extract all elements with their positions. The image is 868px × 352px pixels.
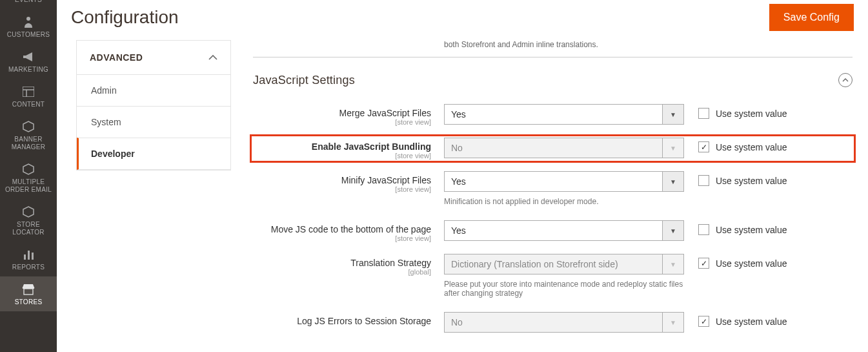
use-system-checkbox[interactable] xyxy=(698,108,709,119)
section-title: JavaScript Settings xyxy=(253,74,355,87)
select-value: Yes xyxy=(444,104,662,125)
truncated-hint: both Storefront and Admin inline transla… xyxy=(444,40,853,49)
field-scope: [store view] xyxy=(253,185,431,193)
field-label: Minify JavaScript Files xyxy=(253,175,431,185)
nav-label: REPORTS xyxy=(12,264,45,271)
field-label: Merge JavaScript Files xyxy=(253,108,431,118)
field-row-minify-js: Minify JavaScript Files [store view] Yes… xyxy=(253,171,853,193)
field-scope: [store view] xyxy=(253,234,431,242)
field-row-merge-js: Merge JavaScript Files [store view] Yes … xyxy=(253,104,853,126)
select-value: Dictionary (Translation on Storefront si… xyxy=(444,254,662,274)
use-system-label: Use system value xyxy=(716,316,787,327)
chevron-up-icon xyxy=(208,55,217,60)
minify-js-select[interactable]: Yes ▼ xyxy=(444,171,684,192)
field-row-move-js: Move JS code to the bottom of the page [… xyxy=(253,220,853,242)
svg-rect-7 xyxy=(24,254,26,260)
page-header: Configuration Save Config xyxy=(57,0,868,40)
chevron-down-icon: ▼ xyxy=(662,312,684,333)
tab-group-label: ADVANCED xyxy=(90,52,143,63)
translation-strategy-select: Dictionary (Translation on Storefront si… xyxy=(444,254,684,274)
hexagon-icon xyxy=(23,205,34,218)
tab-item-admin[interactable]: Admin xyxy=(77,74,230,106)
move-js-select[interactable]: Yes ▼ xyxy=(444,220,684,241)
svg-point-0 xyxy=(26,17,30,21)
use-system-checkbox[interactable]: ✓ xyxy=(698,316,709,327)
select-value: Yes xyxy=(444,220,662,241)
divider xyxy=(253,57,853,57)
config-tabs-sidebar: ADVANCED Admin System Developer xyxy=(57,40,231,352)
svg-rect-1 xyxy=(23,87,34,97)
field-row-enable-bundling: Enable JavaScript Bundling [store view] … xyxy=(253,138,853,160)
bars-icon xyxy=(23,248,34,261)
svg-marker-5 xyxy=(23,164,34,174)
use-system-label: Use system value xyxy=(716,176,787,186)
svg-rect-9 xyxy=(32,253,34,260)
use-system-label: Use system value xyxy=(716,142,787,152)
field-row-translation-strategy: Translation Strategy [global] Dictionary… xyxy=(253,254,853,276)
chevron-down-icon: ▼ xyxy=(662,220,684,241)
page-title: Configuration xyxy=(71,7,179,28)
field-row-log-js-errors: Log JS Errors to Session Storage No ▼ ✓ … xyxy=(253,312,853,333)
select-value: Yes xyxy=(444,171,662,192)
main-nav: EVENTS CUSTOMERS MARKETING CONTENT BANNE… xyxy=(0,0,57,352)
use-system-checkbox[interactable]: ✓ xyxy=(698,258,709,269)
field-label: Log JS Errors to Session Storage xyxy=(253,316,431,326)
nav-item-content[interactable]: CONTENT xyxy=(0,79,57,114)
nav-label: MULTIPLE ORDER EMAIL xyxy=(0,178,57,194)
nav-item-multiple-order-email[interactable]: MULTIPLE ORDER EMAIL xyxy=(0,156,57,199)
nav-label: MARKETING xyxy=(8,66,48,74)
select-value: No xyxy=(444,312,662,333)
svg-rect-10 xyxy=(24,289,33,295)
nav-item-reports[interactable]: REPORTS xyxy=(0,242,57,276)
tab-item-system[interactable]: System xyxy=(77,106,230,138)
field-label: Enable JavaScript Bundling xyxy=(253,141,431,152)
chevron-down-icon: ▼ xyxy=(662,254,684,274)
nav-label: EVENTS xyxy=(15,0,42,4)
field-scope: [store view] xyxy=(253,118,431,126)
hexagon-icon xyxy=(23,120,34,133)
nav-item-marketing[interactable]: MARKETING xyxy=(0,44,57,79)
nav-label: STORES xyxy=(15,298,43,306)
svg-marker-6 xyxy=(23,207,34,217)
use-system-checkbox[interactable] xyxy=(698,175,709,186)
field-label: Move JS code to the bottom of the page xyxy=(253,224,431,234)
layout-icon xyxy=(23,85,34,98)
svg-rect-8 xyxy=(28,251,30,260)
use-system-label: Use system value xyxy=(716,109,787,119)
nav-item-stores[interactable]: STORES xyxy=(0,276,57,311)
use-system-label: Use system value xyxy=(716,258,787,269)
nav-item-customers[interactable]: CUSTOMERS xyxy=(0,9,57,44)
nav-label: CONTENT xyxy=(12,101,45,109)
chevron-up-icon[interactable] xyxy=(838,73,853,87)
nav-item-store-locator[interactable]: STORE LOCATOR xyxy=(0,199,57,242)
enable-bundling-select: No ▼ xyxy=(444,138,684,158)
tab-item-developer[interactable]: Developer xyxy=(77,138,230,170)
save-config-button[interactable]: Save Config xyxy=(769,4,854,31)
config-content: both Storefront and Admin inline transla… xyxy=(231,40,868,352)
log-js-errors-select: No ▼ xyxy=(444,312,684,333)
tab-group-advanced[interactable]: ADVANCED xyxy=(77,41,230,74)
megaphone-icon xyxy=(22,50,35,63)
hexagon-icon xyxy=(23,163,34,176)
use-system-label: Use system value xyxy=(716,225,787,235)
chevron-down-icon: ▼ xyxy=(662,138,684,158)
select-value: No xyxy=(444,138,662,158)
nav-item-events[interactable]: EVENTS xyxy=(0,0,57,9)
use-system-checkbox[interactable]: ✓ xyxy=(698,141,709,152)
nav-label: STORE LOCATOR xyxy=(0,221,57,236)
field-label: Translation Strategy xyxy=(253,258,431,268)
field-note: Please put your store into maintenance m… xyxy=(444,280,684,298)
merge-js-select[interactable]: Yes ▼ xyxy=(444,104,684,125)
nav-label: BANNER MANAGER xyxy=(0,136,57,151)
svg-marker-4 xyxy=(23,121,34,132)
nav-label: CUSTOMERS xyxy=(7,31,50,39)
storefront-icon xyxy=(22,283,35,296)
chevron-down-icon: ▼ xyxy=(662,104,684,125)
chevron-down-icon: ▼ xyxy=(662,171,684,192)
nav-item-banner-manager[interactable]: BANNER MANAGER xyxy=(0,114,57,156)
field-note: Minification is not applied in developer… xyxy=(444,197,684,206)
section-header-js[interactable]: JavaScript Settings xyxy=(253,73,853,87)
person-icon xyxy=(23,16,34,28)
use-system-checkbox[interactable] xyxy=(698,224,709,235)
field-scope: [store view] xyxy=(253,152,431,160)
